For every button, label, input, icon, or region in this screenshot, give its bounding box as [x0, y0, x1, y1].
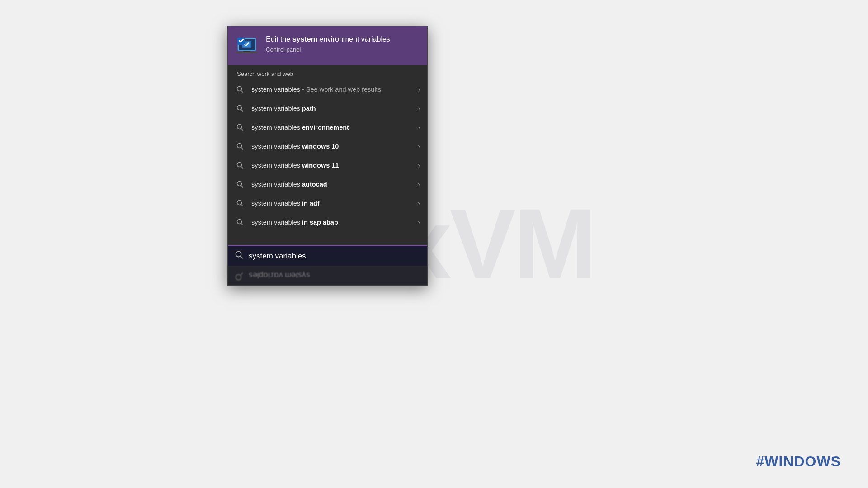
search-input[interactable] [249, 252, 420, 261]
chevron-icon-0: › [418, 86, 420, 93]
search-bar-reflection: ƨɘlqɒiɿɒv mɘtƨγƨ [228, 266, 427, 285]
suggestion-item-4[interactable]: system variables windows 11 › [228, 156, 427, 175]
search-bar [228, 245, 427, 266]
search-icon-2 [235, 122, 245, 132]
svg-line-17 [241, 186, 243, 188]
chevron-icon-5: › [418, 181, 420, 188]
search-icon-3 [235, 141, 245, 151]
svg-line-9 [241, 110, 243, 112]
suggestion-text-1: system variables path [251, 105, 411, 112]
svg-line-13 [241, 148, 243, 150]
top-result-title: Edit the system environment variables [266, 34, 418, 44]
top-result-subtitle: Control panel [266, 46, 418, 53]
top-result-text: Edit the system environment variables Co… [266, 34, 418, 53]
suggestion-text-7: system variables in sap abap [251, 219, 411, 226]
svg-line-11 [241, 129, 243, 131]
suggestion-item-3[interactable]: system variables windows 10 › [228, 137, 427, 156]
suggestion-item-6[interactable]: system variables in adf › [228, 194, 427, 213]
search-icon-5 [235, 179, 245, 189]
reflected-text: ƨɘlqɒiɿɒv mɘtƨγƨ [249, 271, 310, 280]
search-bar-icon [235, 251, 243, 261]
suggestion-item-5[interactable]: system variables autocad › [228, 175, 427, 194]
search-icon-6 [235, 198, 245, 208]
chevron-icon-4: › [418, 162, 420, 169]
reflected-search-icon [235, 270, 243, 281]
search-icon-0 [235, 84, 245, 94]
svg-line-19 [241, 205, 243, 206]
hashtag-label: #WINDOWS [756, 453, 841, 470]
suggestions-list: system variables - See work and web resu… [228, 80, 427, 232]
svg-line-21 [241, 224, 243, 225]
chevron-icon-3: › [418, 143, 420, 150]
svg-rect-5 [243, 51, 250, 52]
suggestion-text-5: system variables autocad [251, 181, 411, 188]
suggestion-text-0: system variables - See work and web resu… [251, 86, 411, 93]
section-header: Search work and web [228, 65, 427, 80]
suggestion-text-3: system variables windows 10 [251, 143, 411, 150]
chevron-icon-6: › [418, 200, 420, 207]
chevron-icon-1: › [418, 105, 420, 112]
control-panel-icon [235, 35, 259, 57]
suggestion-item-7[interactable]: system variables in sap abap › [228, 213, 427, 232]
svg-line-15 [241, 167, 243, 169]
svg-line-7 [241, 91, 243, 93]
search-popup: Edit the system environment variables Co… [227, 26, 428, 286]
search-icon-4 [235, 160, 245, 170]
top-result-item[interactable]: Edit the system environment variables Co… [228, 26, 427, 65]
svg-line-23 [241, 256, 243, 258]
spacer [228, 232, 427, 245]
chevron-icon-2: › [418, 124, 420, 131]
chevron-icon-7: › [418, 219, 420, 226]
suggestion-item-2[interactable]: system variables environnement › [228, 118, 427, 137]
suggestion-item-0[interactable]: system variables - See work and web resu… [228, 80, 427, 99]
search-icon-7 [235, 217, 245, 227]
suggestion-item-1[interactable]: system variables path › [228, 99, 427, 118]
search-icon-1 [235, 103, 245, 113]
suggestion-text-4: system variables windows 11 [251, 162, 411, 169]
suggestion-text-2: system variables environnement [251, 124, 411, 131]
suggestion-text-6: system variables in adf [251, 200, 411, 207]
svg-line-25 [241, 273, 243, 276]
